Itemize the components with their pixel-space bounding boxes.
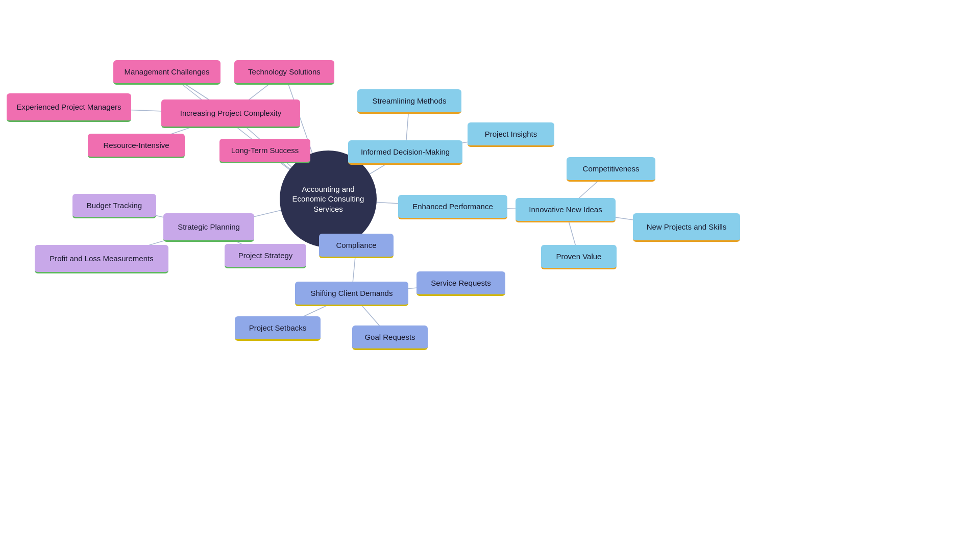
svg-line-14 bbox=[405, 135, 511, 153]
svg-line-0 bbox=[167, 72, 328, 199]
svg-line-7 bbox=[136, 114, 231, 146]
svg-line-16 bbox=[453, 207, 566, 210]
svg-line-3 bbox=[265, 151, 328, 199]
svg-line-9 bbox=[114, 206, 209, 228]
svg-line-12 bbox=[328, 153, 405, 199]
svg-line-18 bbox=[566, 210, 687, 228]
svg-line-13 bbox=[405, 102, 409, 153]
svg-line-22 bbox=[352, 284, 461, 294]
svg-line-5 bbox=[231, 72, 284, 114]
svg-line-4 bbox=[167, 72, 231, 114]
svg-line-11 bbox=[209, 228, 265, 256]
mindmap-canvas bbox=[0, 0, 980, 551]
svg-line-24 bbox=[352, 294, 390, 338]
svg-line-8 bbox=[209, 199, 328, 228]
svg-line-17 bbox=[566, 169, 611, 210]
svg-line-19 bbox=[566, 210, 579, 257]
svg-line-15 bbox=[328, 199, 453, 207]
svg-line-21 bbox=[352, 246, 356, 294]
svg-line-10 bbox=[102, 228, 209, 259]
svg-line-20 bbox=[328, 199, 356, 246]
svg-line-6 bbox=[69, 108, 231, 114]
svg-line-23 bbox=[278, 294, 352, 329]
